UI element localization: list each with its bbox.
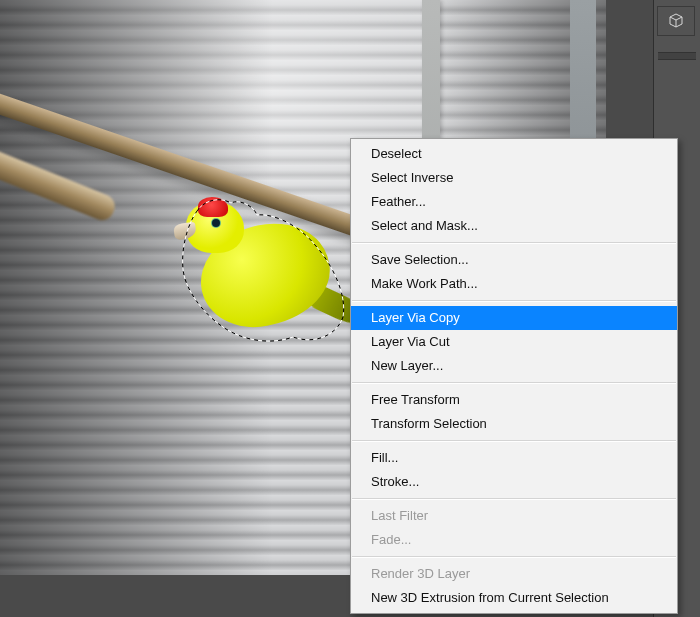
- menu-item-stroke[interactable]: Stroke...: [351, 470, 677, 494]
- menu-item-deselect[interactable]: Deselect: [351, 142, 677, 166]
- menu-separator: [352, 556, 676, 558]
- menu-item-new_3d_extrusion[interactable]: New 3D Extrusion from Current Selection: [351, 586, 677, 610]
- menu-item-layer_via_copy[interactable]: Layer Via Copy: [351, 306, 677, 330]
- menu-separator: [352, 498, 676, 500]
- menu-item-feather[interactable]: Feather...: [351, 190, 677, 214]
- menu-item-render_3d_layer: Render 3D Layer: [351, 562, 677, 586]
- menu-item-last_filter: Last Filter: [351, 504, 677, 528]
- menu-item-layer_via_cut[interactable]: Layer Via Cut: [351, 330, 677, 354]
- menu-item-make_work_path[interactable]: Make Work Path...: [351, 272, 677, 296]
- menu-item-fill[interactable]: Fill...: [351, 446, 677, 470]
- menu-separator: [352, 440, 676, 442]
- 3d-panel-icon[interactable]: [657, 6, 695, 36]
- menu-item-transform_selection[interactable]: Transform Selection: [351, 412, 677, 436]
- menu-item-save_selection[interactable]: Save Selection...: [351, 248, 677, 272]
- menu-item-fade: Fade...: [351, 528, 677, 552]
- menu-item-select_and_mask[interactable]: Select and Mask...: [351, 214, 677, 238]
- menu-separator: [352, 300, 676, 302]
- menu-item-new_layer[interactable]: New Layer...: [351, 354, 677, 378]
- context-menu: DeselectSelect InverseFeather...Select a…: [350, 138, 678, 614]
- panel-divider[interactable]: [658, 52, 696, 60]
- menu-item-free_transform[interactable]: Free Transform: [351, 388, 677, 412]
- bird-subject: [170, 195, 340, 345]
- menu-item-select_inverse[interactable]: Select Inverse: [351, 166, 677, 190]
- app-root: DeselectSelect InverseFeather...Select a…: [0, 0, 700, 617]
- menu-separator: [352, 382, 676, 384]
- menu-separator: [352, 242, 676, 244]
